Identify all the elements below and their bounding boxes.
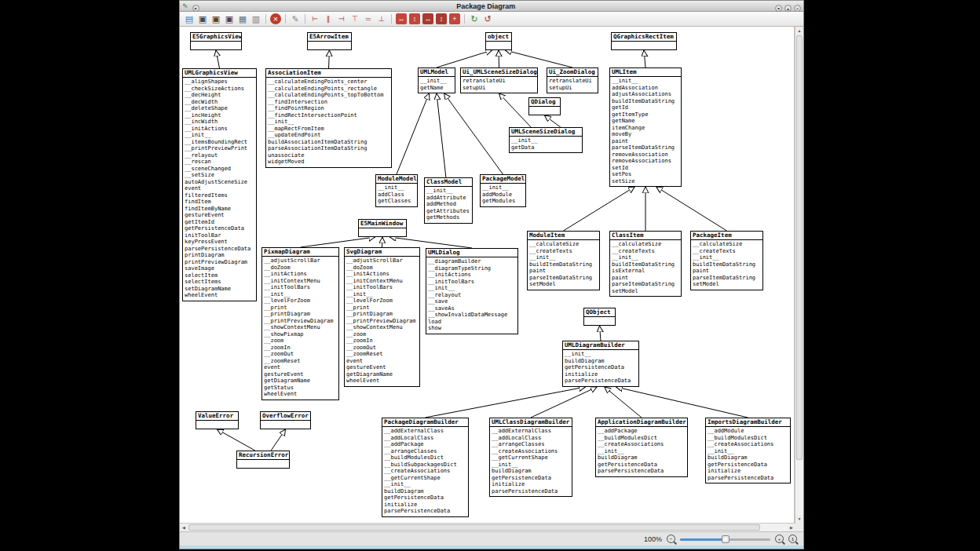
class-name: ValueError [196,412,238,421]
scroll-left-button[interactable]: ◀ [180,524,188,531]
class-box-object[interactable]: object [485,32,512,50]
zoom-in-button[interactable]: + [775,535,784,543]
class-box-ui_zoomdialog[interactable]: Ui_ZoomDialogretranslateUisetupUi [547,68,598,93]
class-box-e5mainwindow[interactable]: E5MainWindow [358,219,407,237]
align-hcenter-icon[interactable]: ∥ [323,13,334,24]
print-icon[interactable]: ▦ [237,13,248,24]
class-box-svgdiagram[interactable]: SvgDiagram__adjustScrollBar__doZoom__ini… [344,247,420,387]
class-box-associationitem[interactable]: AssociationItem__calculateEndingPoints_c… [265,68,392,168]
class-name: object [486,33,511,42]
class-box-importsdiagrambuilder[interactable]: ImportsDiagramBuilder__addModule__buildM… [705,418,791,483]
zoom-percent-label: 100% [644,535,662,543]
align-top-icon[interactable]: ⊤ [349,13,360,24]
class-box-e5graphicsview[interactable]: E5GraphicsView [190,32,242,50]
class-method: __showInvalidDataMessage [428,312,516,319]
save-as-icon[interactable]: ▣ [210,13,221,24]
class-method: isExternal [612,268,679,275]
inheritance-edge [444,93,503,174]
scroll-right-button[interactable]: ▶ [788,524,795,531]
class-method: moveBy [612,131,679,138]
horizontal-scroll-thumb[interactable] [188,524,760,531]
class-method: __buildModulesDict [708,435,788,442]
diagram-canvas[interactable]: E5GraphicsViewUMLGraphicsView__alignShap… [180,27,795,523]
zoom-reset-button[interactable]: 1 [788,535,797,543]
vertical-scroll-track[interactable] [795,35,803,515]
class-method-list [612,42,676,49]
class-method: event [264,364,337,371]
close-window-button[interactable]: × [794,5,801,12]
align-bottom-icon[interactable]: ⊥ [376,13,387,24]
align-vcenter-icon[interactable]: ═ [363,13,374,24]
inheritance-edge [382,237,383,247]
vertical-scroll-thumb[interactable] [796,35,803,460]
class-method: __init__ [426,188,470,195]
class-method: buildItemDataString [529,261,598,268]
class-method: __zoomOut [264,351,337,358]
class-method: addMethod [426,201,470,208]
class-method: __initActions [264,271,337,278]
minimize-button[interactable]: ▾ [775,5,782,12]
class-box-overflowerror[interactable]: OverflowError [260,411,311,429]
class-box-ui_umlscenesizedialog[interactable]: Ui_UMLSceneSizeDialogretranslateUisetupU… [460,68,538,93]
class-box-qobject[interactable]: QObject [583,308,616,326]
class-box-applicationdiagrambuilder[interactable]: ApplicationDiagramBuilder__addPackage__b… [595,418,688,477]
paperclip-icon[interactable]: ✎ [290,13,301,24]
zoom-slider-handle[interactable] [722,535,730,543]
class-box-classitem[interactable]: ClassItem__calculateSize__createTexts__i… [609,231,682,297]
class-box-valueerror[interactable]: ValueError [196,411,239,429]
class-box-pixmapdiagram[interactable]: PixmapDiagram__adjustScrollBar__doZoom__… [261,247,339,400]
inheritance-edge [506,50,573,68]
class-box-packagemodel[interactable]: PackageModel__init__addModulegetModules [480,174,526,207]
class-box-umlclassdiagrambuilder[interactable]: UMLClassDiagramBuilder__addExternalClass… [489,418,572,497]
save-image-icon[interactable]: ▣ [224,13,235,24]
class-method: __addPackage [384,441,466,448]
class-box-umlscenesizedialog[interactable]: UMLSceneSizeDialog__init__getData [509,127,583,153]
decrease-width-icon[interactable]: ↔ [422,13,433,24]
new-window-icon[interactable]: ▤ [184,13,195,24]
class-box-e5arrowitem[interactable]: E5ArrowItem [307,32,352,50]
horizontal-scroll-track[interactable] [188,524,788,531]
increase-width-icon[interactable]: ↔ [396,13,407,24]
class-box-recursionerror[interactable]: RecursionError [236,451,290,469]
zoom-slider[interactable] [680,535,770,544]
class-box-modulemodel[interactable]: ModuleModel__init__addClassgetClasses [375,174,418,207]
class-box-umlitem[interactable]: UMLItem__init__addAssociationadjustAssoc… [609,68,682,187]
align-right-icon[interactable]: ⊣ [336,13,347,24]
class-method: getPersistenceData [565,364,637,371]
horizontal-scrollbar[interactable]: ◀ ▶ [180,523,795,531]
class-name: UMLItem [610,68,681,77]
print-preview-icon[interactable]: ▥ [250,13,261,24]
zoom-out-button[interactable]: − [667,535,675,543]
class-box-packagediagrambuilder[interactable]: PackageDiagramBuilder__addExternalClass_… [382,418,469,517]
class-box-qgraphicsrectitem[interactable]: QGraphicsRectItem [611,32,677,50]
class-box-umlgraphicsview[interactable]: UMLGraphicsView__alignShapes__checkSizeA… [182,68,257,301]
delete-shapes-icon[interactable]: × [270,13,281,24]
rescan-icon[interactable]: ↺ [482,13,493,24]
align-left-icon[interactable]: ⊢ [309,13,320,24]
class-box-umldialog[interactable]: UMLDialog__diagramBuilder__diagramTypeSt… [426,248,518,334]
class-box-moduleitem[interactable]: ModuleItem__calculateSize__createTexts__… [527,231,600,290]
class-method: show [428,325,516,332]
decrease-height-icon[interactable]: ↕ [436,13,447,24]
class-box-umlmodel[interactable]: UMLModel__init__getName [418,68,455,93]
class-box-classmodel[interactable]: ClassModel__init__addAttributeaddMethodg… [424,177,473,224]
class-method: __init__ [268,119,389,126]
relayout-icon[interactable]: ↻ [469,13,480,24]
class-method-list: retranslateUisetupUi [547,77,598,93]
class-box-umldiagrambuilder[interactable]: UMLDiagramBuilder__init__buildDiagramget… [562,341,639,387]
scroll-up-button[interactable]: ▲ [795,27,803,35]
titlebar[interactable]: ✎ ▾ Package Diagram ▾▴× [180,1,803,12]
class-box-packageitem[interactable]: PackageItem__calculateSize__createTexts_… [690,231,763,290]
maximize-button[interactable]: ▴ [784,5,792,12]
inheritance-edge [499,50,499,68]
class-method: setPos [612,171,679,178]
set-size-icon[interactable]: + [449,13,460,24]
scroll-down-button[interactable]: ▼ [795,515,803,523]
window-menu-button[interactable]: ▾ [192,5,199,12]
save-icon[interactable]: ▣ [197,13,208,24]
class-box-qdialog[interactable]: QDialog [528,97,561,115]
vertical-scrollbar[interactable]: ▲ ▼ [795,27,803,523]
class-method: __buildSubpackagesDict [384,462,466,469]
increase-height-icon[interactable]: ↕ [409,13,420,24]
class-method: __initActions [185,126,254,133]
